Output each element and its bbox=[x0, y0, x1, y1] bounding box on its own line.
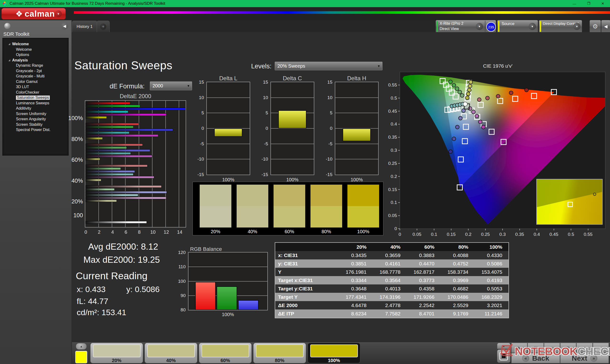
chevron-down-icon[interactable]: ▼ bbox=[573, 23, 581, 30]
level-button-20%[interactable]: 20% bbox=[90, 343, 143, 363]
avg-de2000: Avg dE2000: 8.12 bbox=[88, 242, 158, 252]
sidebar-item-saturation-sweeps[interactable]: Saturation Sweeps bbox=[3, 95, 68, 101]
y-tick-label: 15 bbox=[327, 79, 332, 85]
display-control-label: Direct Display Control bbox=[543, 21, 579, 26]
sidebar-item-screen-angularity[interactable]: Screen Angularity bbox=[3, 117, 68, 122]
de-bar bbox=[85, 158, 100, 160]
svg-text:0: 0 bbox=[394, 226, 397, 231]
display-control-dropdown[interactable]: Direct Display Control ▼ bbox=[539, 20, 582, 33]
de-group-label: 100% bbox=[66, 115, 83, 121]
level-button-80%[interactable]: 80% bbox=[253, 343, 306, 363]
measure-tool-button-1[interactable]: ▶ bbox=[511, 343, 527, 353]
value-cell: 170.0486 bbox=[441, 294, 474, 300]
meter-status-accent bbox=[437, 21, 438, 32]
sidebar-item-color-gamut[interactable]: Color Gamut bbox=[3, 79, 68, 85]
expander-icon[interactable] bbox=[8, 43, 10, 45]
measured-marker bbox=[468, 84, 472, 88]
sidebar-item-analysis[interactable]: Analysis bbox=[3, 58, 68, 63]
sidebar-item-options[interactable]: Options bbox=[3, 52, 68, 58]
svg-text:0.2: 0.2 bbox=[465, 232, 471, 237]
level-button-60%[interactable]: 60% bbox=[199, 343, 252, 363]
sidebar-item-grayscale-2pt[interactable]: Grayscale - 2pt bbox=[3, 68, 68, 74]
expander-icon[interactable] bbox=[8, 59, 10, 61]
level-button-40%[interactable]: 40% bbox=[145, 343, 197, 363]
svg-text:0.15: 0.15 bbox=[447, 232, 455, 237]
close-button[interactable]: ✕ bbox=[601, 1, 604, 6]
calman-menu-button[interactable]: ❖ calman ▼ bbox=[1, 8, 66, 20]
deltae-chart-title: DeltaE 2000 bbox=[85, 93, 186, 100]
sidebar-item-welcome[interactable]: Welcome bbox=[3, 47, 68, 52]
nav-up-button[interactable]: ▲ bbox=[497, 343, 510, 349]
tree-item-label: Welcome bbox=[12, 42, 29, 46]
measure-tool-button-4[interactable]: ⟳ bbox=[560, 343, 576, 353]
add-tab-button[interactable]: + bbox=[97, 21, 110, 32]
chevron-down-icon[interactable]: ▼ bbox=[476, 23, 483, 30]
measure-tool-button-6[interactable] bbox=[593, 343, 609, 353]
gridline bbox=[165, 101, 166, 227]
sidebar-collapse-button[interactable]: ◀ bbox=[61, 22, 68, 29]
source-dropdown[interactable]: Source ▼ bbox=[497, 20, 538, 33]
sidebar-item-additivity[interactable]: Additivity bbox=[3, 106, 68, 111]
levels-dropdown[interactable]: 20% Sweeps ▼ bbox=[275, 62, 382, 70]
value-cell: 177.4341 bbox=[339, 294, 373, 300]
settings-button[interactable]: ⚙ bbox=[589, 20, 601, 33]
back-button[interactable]: « Back bbox=[511, 353, 560, 363]
sidebar-item-spectral-power-dist-[interactable]: Spectral Power Dist. bbox=[3, 127, 68, 133]
collapse-panel-button[interactable]: ◀ bbox=[601, 20, 610, 33]
chevron-down-icon[interactable]: ▼ bbox=[529, 23, 536, 30]
y-tick-label: 10 bbox=[327, 95, 332, 100]
up-arrow-icon[interactable]: ▲ bbox=[76, 343, 87, 350]
x-tick-label: 6 bbox=[123, 229, 128, 235]
delta-c-title: Delta C bbox=[271, 75, 314, 82]
de-group-label: 60% bbox=[66, 156, 83, 163]
stop-button[interactable] bbox=[497, 350, 510, 363]
measured-marker bbox=[472, 110, 475, 114]
measured-marker bbox=[468, 107, 472, 111]
inset-measured-marker bbox=[593, 193, 596, 196]
table-row: x: CIE310.34350.36590.38830.40880.4330 bbox=[275, 251, 508, 260]
delta-l-chart: 151050-5-10-15100% bbox=[206, 82, 250, 175]
de-bar bbox=[85, 108, 186, 110]
sidebar-item-screen-uniformity[interactable]: Screen Uniformity bbox=[3, 111, 68, 117]
sidebar-item-luminance-sweeps[interactable]: Luminance Sweeps bbox=[3, 101, 68, 106]
current-color-swatch[interactable] bbox=[75, 351, 87, 363]
main-content: Saturation Sweeps Levels: 20% Sweeps ▼ d… bbox=[72, 32, 610, 342]
chevron-down-icon[interactable]: ▼ bbox=[55, 11, 62, 17]
actual-swatch bbox=[311, 185, 342, 206]
value-cell: 0.3659 bbox=[373, 252, 406, 258]
value-cell: 0.4193 bbox=[475, 277, 508, 283]
measured-marker bbox=[452, 83, 456, 87]
sidebar-item-grayscale-multi[interactable]: Grayscale - Multi bbox=[3, 74, 68, 79]
sidebar-item-3d-lut[interactable]: 3D LUT bbox=[3, 84, 68, 90]
measure-tool-button-2[interactable]: ▤ bbox=[528, 343, 544, 353]
value-cell: 0.3773 bbox=[407, 277, 441, 283]
tab-history-1[interactable]: History 1 bbox=[72, 21, 97, 32]
target-swatch bbox=[200, 206, 231, 228]
sidebar-item-welcome[interactable]: Welcome bbox=[3, 41, 68, 47]
minimize-button[interactable]: — bbox=[572, 2, 576, 6]
level-button-100%[interactable]: 100% bbox=[308, 343, 360, 363]
workflow-orb-icon[interactable] bbox=[4, 23, 11, 29]
sidebar-item-colorchecker[interactable]: ColorChecker bbox=[3, 90, 68, 95]
meter-dropdown[interactable]: X-Rite i1Pro 2 Direct View ▼ 235 bbox=[436, 20, 496, 33]
restore-button[interactable]: ❐ bbox=[587, 1, 590, 6]
gridline bbox=[188, 281, 267, 282]
sidebar-item-dynamic-range[interactable]: Dynamic Range bbox=[3, 63, 68, 68]
y-tick-label: 10 bbox=[199, 95, 204, 100]
measured-marker bbox=[479, 120, 482, 124]
svg-text:0.45: 0.45 bbox=[388, 109, 397, 114]
next-button[interactable]: Next » bbox=[560, 353, 609, 363]
target-swatch bbox=[311, 206, 342, 228]
sidebar-item-screen-stability[interactable]: Screen Stability bbox=[3, 122, 68, 128]
pattern-quick-column[interactable]: ▲ bbox=[74, 343, 89, 363]
de-bar bbox=[85, 188, 115, 191]
de-formula-dropdown[interactable]: 2000 ▼ bbox=[150, 81, 192, 90]
y-tick-label: 5 bbox=[330, 110, 332, 116]
measured-marker bbox=[477, 98, 481, 102]
tree-item-label: Spectral Power Dist. bbox=[16, 128, 51, 132]
x-tick-label: 0 bbox=[83, 229, 88, 235]
svg-text:0.55: 0.55 bbox=[388, 82, 397, 87]
measure-tool-button-3[interactable]: ∞ bbox=[544, 343, 560, 353]
tree-item-label: Screen Stability bbox=[16, 122, 42, 127]
measure-tool-button-5[interactable]: ◔ bbox=[576, 343, 592, 353]
